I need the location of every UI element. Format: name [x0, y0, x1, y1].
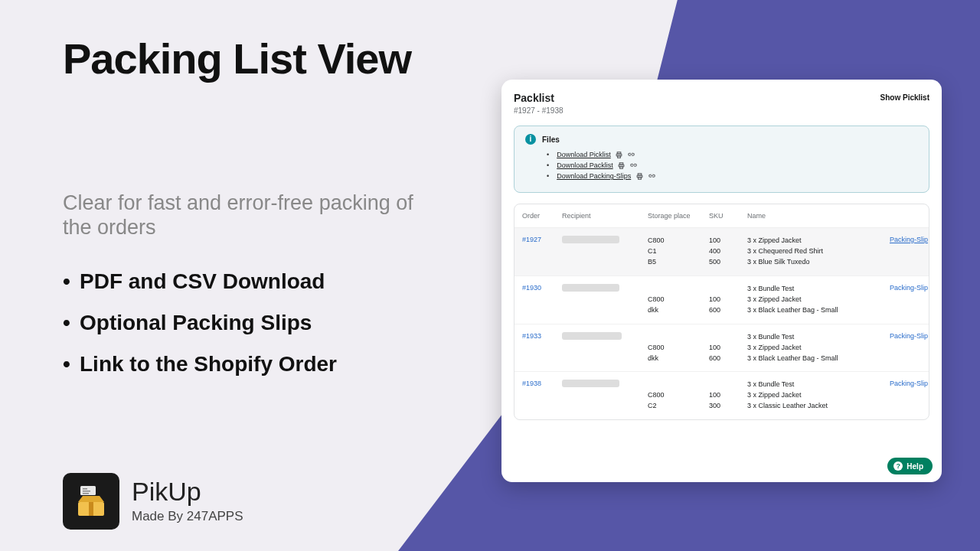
- help-icon: ?: [893, 461, 903, 471]
- packing-slip-link[interactable]: Packing-Slip: [868, 380, 928, 387]
- printer-icon[interactable]: [635, 172, 643, 180]
- order-link[interactable]: #1927: [522, 236, 562, 243]
- recipient-redacted: [562, 332, 622, 340]
- printer-icon[interactable]: [616, 151, 623, 158]
- order-link[interactable]: #1938: [522, 380, 562, 387]
- sku-cell: 100400500: [709, 236, 747, 268]
- name-cell: 3 x Zipped Jacket3 x Chequered Red Shirt…: [747, 236, 868, 268]
- svg-rect-5: [83, 493, 89, 494]
- name-cell: 3 x Bundle Test3 x Zipped Jacket3 x Blac…: [747, 284, 868, 316]
- table-row: #1938 C800C2 1003003 x Bundle Test3 x Zi…: [514, 372, 929, 419]
- help-button[interactable]: ? Help: [887, 458, 933, 474]
- storage-cell: C800C1B5: [648, 236, 709, 268]
- order-link[interactable]: #1930: [522, 284, 562, 292]
- link-icon[interactable]: [630, 161, 638, 169]
- packing-slip-link[interactable]: Packing-Slip: [868, 236, 928, 243]
- brand-logo-icon: [63, 473, 119, 530]
- sku-cell: 100600: [709, 332, 747, 364]
- printer-icon[interactable]: [618, 161, 626, 169]
- packing-slip-link[interactable]: Packing-Slip: [868, 284, 928, 292]
- packlist-table: Order Recipient Storage place SKU Name #…: [514, 204, 929, 420]
- order-link[interactable]: #1933: [522, 332, 562, 340]
- show-picklist-link[interactable]: Show Picklist: [880, 93, 929, 102]
- panel-title: Packlist: [514, 92, 564, 104]
- panel-range: #1927 - #1938: [514, 106, 564, 115]
- files-box: i Files Download Picklist Download Packl…: [514, 126, 929, 193]
- svg-rect-4: [83, 491, 90, 492]
- recipient-redacted: [562, 284, 619, 292]
- download-packing-slips-link[interactable]: Download Packing-Slips: [557, 172, 631, 180]
- col-order: Order: [522, 212, 562, 220]
- download-packlist-link[interactable]: Download Packlist: [557, 161, 613, 169]
- brand-byline: Made By 247APPS: [132, 509, 243, 524]
- svg-rect-8: [618, 155, 621, 158]
- table-row: #1930 C800dkk 1006003 x Bundle Test3 x Z…: [514, 276, 929, 324]
- packlist-panel: Packlist #1927 - #1938 Show Picklist i F…: [501, 80, 942, 482]
- info-icon: i: [525, 134, 536, 145]
- col-storage: Storage place: [648, 212, 709, 220]
- link-icon[interactable]: [648, 172, 655, 180]
- recipient-redacted: [562, 236, 619, 243]
- svg-rect-3: [83, 488, 87, 490]
- name-cell: 3 x Bundle Test3 x Zipped Jacket3 x Blac…: [747, 332, 868, 364]
- col-recipient: Recipient: [562, 212, 648, 220]
- name-cell: 3 x Bundle Test3 x Zipped Jacket3 x Clas…: [747, 380, 868, 412]
- storage-cell: C800dkk: [648, 284, 709, 316]
- feature-bullet: PDF and CSV Download: [63, 269, 430, 294]
- packing-slip-link[interactable]: Packing-Slip: [868, 332, 928, 340]
- files-heading: Files: [542, 135, 560, 144]
- brand-name: PikUp: [132, 478, 243, 504]
- download-picklist-link[interactable]: Download Picklist: [557, 151, 611, 158]
- page-title: Packing List View: [63, 37, 430, 82]
- feature-bullet: Optional Packing Slips: [63, 311, 430, 335]
- svg-rect-1: [89, 502, 93, 516]
- col-sku: SKU: [709, 212, 747, 220]
- col-name: Name: [747, 212, 868, 220]
- table-row: #1927C800C1B51004005003 x Zipped Jacket3…: [514, 228, 929, 276]
- storage-cell: C800dkk: [648, 332, 709, 364]
- page-subhead: Clear for fast and error-free packing of…: [63, 191, 430, 240]
- svg-rect-11: [620, 166, 623, 168]
- help-label: Help: [906, 462, 923, 471]
- link-icon[interactable]: [628, 151, 635, 158]
- table-row: #1933 C800dkk 1006003 x Bundle Test3 x Z…: [514, 324, 929, 373]
- storage-cell: C800C2: [648, 380, 709, 412]
- recipient-redacted: [562, 380, 619, 387]
- svg-rect-14: [638, 177, 641, 179]
- sku-cell: 100600: [709, 284, 747, 316]
- feature-bullet: Link to the Shopify Order: [63, 352, 430, 377]
- sku-cell: 100300: [709, 380, 747, 412]
